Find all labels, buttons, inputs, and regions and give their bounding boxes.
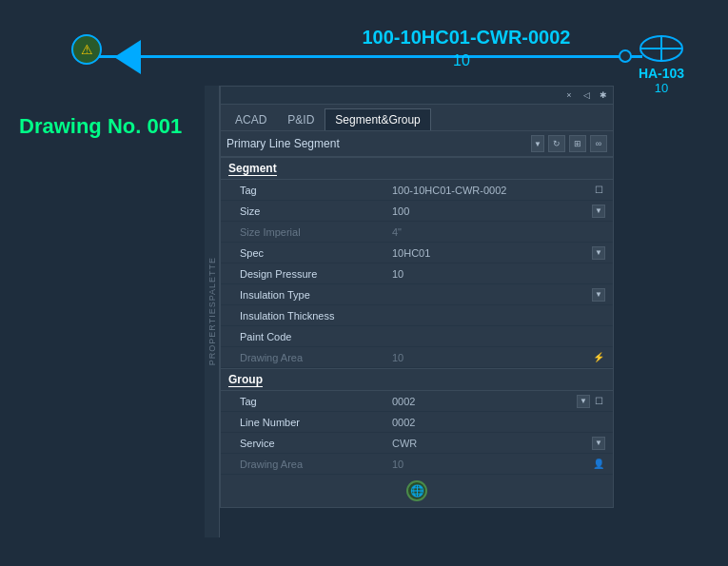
- segment-header-label: Primary Line Segment: [226, 137, 531, 150]
- prop-label-tag: Tag: [240, 185, 392, 196]
- pipeline-line: [81, 55, 642, 58]
- property-row-insulation-thickness[interactable]: Insulation Thickness: [221, 305, 613, 326]
- property-row-service[interactable]: Service CWR ▼: [221, 433, 613, 454]
- close-panel-button[interactable]: ×: [561, 88, 577, 103]
- prop-label-insulation-thickness: Insulation Thickness: [240, 310, 392, 322]
- properties-palette-label: PROPERTIESPALETTE: [205, 86, 220, 537]
- tab-segment-group[interactable]: Segment&Group: [325, 108, 430, 130]
- service-dropdown-icon[interactable]: ▼: [592, 437, 605, 450]
- insulation-type-dropdown-icon[interactable]: ▼: [592, 288, 605, 302]
- prop-label-size-imperial: Size Imperial: [240, 226, 392, 238]
- prop-label-size: Size: [240, 205, 392, 217]
- refresh-button[interactable]: ↻: [548, 135, 565, 152]
- drawing-number: Drawing No. 001: [19, 114, 182, 139]
- prop-value-insulation-type: ▼: [392, 288, 605, 302]
- property-row-group-tag[interactable]: Tag 0002 ▼ ☐: [221, 391, 613, 412]
- prop-label-line-number: Line Number: [240, 417, 392, 428]
- property-row-size-imperial[interactable]: Size Imperial 4": [221, 222, 613, 243]
- lightning-icon[interactable]: ⚡: [592, 351, 605, 364]
- prop-label-drawing-area-group: Drawing Area: [240, 459, 392, 470]
- bottom-icon-bar: 🌐: [221, 475, 613, 507]
- grid-button[interactable]: ⊞: [569, 135, 586, 152]
- panel-top-controls: × ◁ ✱: [221, 87, 613, 105]
- right-component: HA-103 10: [636, 33, 687, 95]
- vertical-text: PROPERTIESPALETTE: [207, 257, 217, 365]
- prop-label-insulation-type: Insulation Type: [240, 289, 392, 301]
- copy-icon[interactable]: ☐: [592, 184, 605, 197]
- prop-value-size-imperial: 4": [392, 226, 605, 238]
- property-row-insulation-type[interactable]: Insulation Type ▼: [221, 284, 613, 305]
- right-component-label: HA-103: [639, 66, 684, 81]
- valve-symbol: [636, 33, 687, 64]
- property-row-size[interactable]: Size 100 ▼: [221, 201, 613, 222]
- segment-header-bar: Primary Line Segment ▼ ↻ ⊞ ∞: [221, 131, 613, 157]
- spec-dropdown-icon[interactable]: ▼: [592, 246, 605, 260]
- prop-value-spec: 10HC01 ▼: [392, 246, 605, 260]
- prop-label-design-pressure: Design Pressure: [240, 268, 392, 280]
- person-icon[interactable]: 👤: [592, 458, 605, 471]
- pin-panel-button[interactable]: ◁: [579, 88, 594, 103]
- property-row-spec[interactable]: Spec 10HC01 ▼: [221, 243, 613, 263]
- tab-acad[interactable]: ACAD: [225, 108, 277, 130]
- group-section-header: Group: [221, 368, 613, 391]
- pipe-connector-right: [619, 49, 632, 63]
- prop-label-paint-code: Paint Code: [240, 331, 392, 342]
- tabs-row: ACAD P&ID Segment&Group: [221, 105, 613, 131]
- prop-value-design-pressure: 10: [392, 268, 605, 280]
- prop-value-tag: 100-10HC01-CWR-0002 ☐: [392, 184, 605, 197]
- prop-label-spec: Spec: [240, 247, 392, 259]
- segment-header-controls: ▼ ↻ ⊞ ∞: [531, 135, 607, 152]
- prop-label-group-tag: Tag: [240, 396, 392, 407]
- segment-dropdown-button[interactable]: ▼: [531, 135, 544, 152]
- tab-pid[interactable]: P&ID: [277, 108, 325, 130]
- size-dropdown-icon[interactable]: ▼: [592, 205, 605, 218]
- arrow-left-icon: [114, 40, 141, 74]
- property-row-drawing-area-segment[interactable]: Drawing Area 10 ⚡: [221, 347, 613, 368]
- right-component-num: 10: [655, 81, 668, 95]
- group-tag-copy-icon[interactable]: ☐: [592, 395, 605, 408]
- prop-value-group-tag: 0002 ▼ ☐: [392, 395, 605, 408]
- property-row-design-pressure[interactable]: Design Pressure 10: [221, 263, 613, 284]
- pipeline-label-bottom: 10: [433, 52, 490, 69]
- property-row-drawing-area-group[interactable]: Drawing Area 10 👤: [221, 454, 613, 475]
- prop-label-service: Service: [240, 438, 392, 449]
- prop-value-line-number: 0002: [392, 417, 605, 428]
- properties-panel: × ◁ ✱ ACAD P&ID Segment&Group Primary Li…: [220, 86, 614, 508]
- property-row-line-number[interactable]: Line Number 0002: [221, 412, 613, 433]
- left-component-icon[interactable]: ⚠: [71, 34, 102, 65]
- pipeline-label-top: 100-10HC01-CWR-0002: [324, 27, 609, 49]
- warning-icon: ⚠: [81, 42, 93, 57]
- prop-value-drawing-area-group: 10 👤: [392, 458, 605, 471]
- segment-section-header: Segment: [221, 157, 613, 180]
- prop-value-size: 100 ▼: [392, 205, 605, 218]
- settings-panel-button[interactable]: ✱: [596, 88, 611, 103]
- prop-value-service: CWR ▼: [392, 437, 605, 450]
- property-row-paint-code[interactable]: Paint Code: [221, 326, 613, 347]
- group-tag-dropdown-icon[interactable]: ▼: [577, 395, 590, 408]
- prop-value-drawing-area-segment: 10 ⚡: [392, 351, 605, 364]
- property-row-tag[interactable]: Tag 100-10HC01-CWR-0002 ☐: [221, 180, 613, 201]
- chain-button[interactable]: ∞: [590, 135, 607, 152]
- prop-label-drawing-area-segment: Drawing Area: [240, 352, 392, 363]
- globe-icon[interactable]: 🌐: [406, 480, 427, 501]
